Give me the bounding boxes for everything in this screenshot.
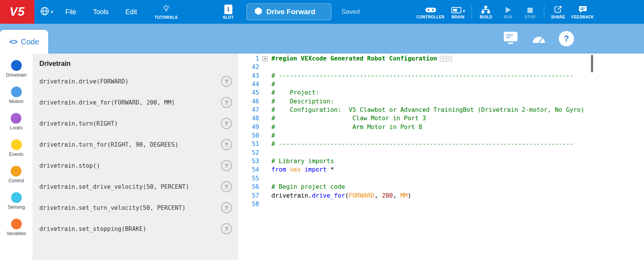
project-name-button[interactable]: Drive Forward (247, 3, 331, 20)
stop-icon (527, 5, 534, 14)
brain-button[interactable]: ▾BRAIN (447, 5, 469, 19)
code-token: # (271, 80, 275, 88)
fold-expand-icon[interactable]: + (263, 56, 268, 61)
command-row[interactable]: drivetrain.set_turn_velocity(50, PERCENT… (32, 197, 238, 218)
code-text: # Arm Motor in Port 8 (271, 123, 422, 131)
code-token (301, 166, 305, 173)
toolbar-label: SHARE (551, 15, 565, 19)
code-text: # Library imports (271, 157, 334, 165)
editor-line[interactable]: 53# Library imports (238, 157, 644, 165)
code-text: #region VEXcode Generated Robot Configur… (271, 54, 452, 63)
brain-icon: ▾ (451, 5, 465, 14)
controller-button[interactable]: CONTROLLER (414, 5, 447, 19)
category-label: Looks (10, 125, 23, 131)
command-help-button[interactable]: ? (221, 76, 232, 87)
menu-tools[interactable]: Tools (84, 0, 117, 24)
editor-line[interactable]: 57drivetrain.drive_for(FORWARD, 200, MM) (238, 191, 644, 200)
stop-button[interactable]: STOP (519, 5, 541, 19)
editor-line[interactable]: 44# (238, 80, 644, 88)
category-color-dot (11, 60, 22, 71)
category-color-dot (11, 219, 22, 229)
editor-line[interactable]: 42 (238, 63, 644, 71)
run-button[interactable]: RUN (497, 5, 519, 19)
feedback-button[interactable]: FEEDBACK (569, 5, 596, 19)
share-button[interactable]: SHARE (547, 5, 569, 19)
editor-line[interactable]: 43# ------------------------------------… (238, 72, 644, 80)
editor-line[interactable]: 58 (238, 200, 644, 208)
fold-gutter (259, 131, 271, 140)
command-help-button[interactable]: ? (221, 118, 232, 129)
help-button[interactable]: ? (559, 31, 574, 46)
chevron-down-icon: ▾ (51, 9, 53, 15)
project-name: Drive Forward (266, 8, 315, 16)
menu-file[interactable]: File (57, 0, 84, 24)
command-row[interactable]: drivetrain.turn(RIGHT)? (32, 113, 238, 134)
editor-line[interactable]: 45# Project: (238, 88, 644, 97)
toolbar-label: FEEDBACK (571, 15, 594, 19)
sidebar-item-drivetrain[interactable]: Drivetrain (6, 60, 27, 78)
fold-gutter (259, 63, 271, 71)
fold-gutter (259, 114, 271, 123)
command-help-button[interactable]: ? (221, 181, 232, 192)
command-help-button[interactable]: ? (221, 202, 232, 213)
code-editor[interactable]: 1+#region VEXcode Generated Robot Config… (238, 54, 644, 260)
line-number: 50 (238, 131, 259, 140)
editor-scrollbar[interactable] (591, 55, 593, 72)
fold-gutter (259, 97, 271, 106)
line-number: 1 (238, 54, 259, 63)
command-row[interactable]: drivetrain.set_stopping(BRAKE)? (32, 218, 238, 239)
editor-line[interactable]: 1+#region VEXcode Generated Robot Config… (238, 54, 644, 63)
sidebar-item-control[interactable]: Control (8, 166, 24, 183)
help-icon: ? (564, 34, 569, 44)
vexcode-window: V5 ▾ FileToolsEdit T (0, 0, 644, 260)
command-help-button[interactable]: ? (221, 139, 232, 150)
editor-line[interactable]: 46# Description: (238, 97, 644, 106)
code-token (286, 166, 290, 173)
category-label: Events (9, 152, 23, 157)
command-row[interactable]: drivetrain.turn_for(RIGHT, 90, DEGREES)? (32, 134, 238, 155)
sidebar-item-motion[interactable]: Motion (9, 87, 24, 104)
slot-button[interactable]: 1 SLOT (223, 0, 234, 24)
line-number: 43 (238, 72, 259, 80)
editor-line[interactable]: 50# (238, 131, 644, 140)
command-list: drivetrain.drive(FORWARD)?drivetrain.dri… (32, 71, 238, 239)
sidebar-item-sensing[interactable]: Sensing (8, 192, 25, 210)
command-row[interactable]: drivetrain.drive_for(FORWARD, 200, MM)? (32, 92, 238, 113)
command-help-button[interactable]: ? (221, 97, 232, 108)
command-row[interactable]: drivetrain.stop()? (32, 155, 238, 176)
editor-line[interactable]: 52 (238, 149, 644, 157)
command-row[interactable]: drivetrain.drive(FORWARD)? (32, 71, 238, 92)
sidebar-item-looks[interactable]: Looks (10, 113, 23, 131)
sidebar-item-variables[interactable]: Variables (6, 219, 26, 236)
tutorials-button[interactable]: TUTORIALS (154, 4, 178, 20)
command-help-button[interactable]: ? (221, 223, 232, 234)
code-token: from (271, 166, 286, 173)
tab-code[interactable]: <> Code (0, 30, 48, 54)
editor-line[interactable]: 51# ------------------------------------… (238, 140, 644, 148)
print-console-button[interactable] (502, 31, 519, 46)
command-text: drivetrain.set_turn_velocity(50, PERCENT… (39, 204, 186, 211)
command-text: drivetrain.turn(RIGHT) (39, 120, 118, 127)
fold-collapsed-indicator[interactable]: ··· (440, 56, 452, 62)
editor-line[interactable]: 47# Configuration: V5 Clawbot or Advance… (238, 106, 644, 114)
language-button[interactable]: ▾ (40, 6, 53, 18)
command-text: drivetrain.drive_for(FORWARD, 200, MM) (39, 99, 175, 106)
build-button[interactable]: BUILD (475, 5, 497, 19)
dashboard-button[interactable] (530, 31, 547, 46)
command-help-button[interactable]: ? (221, 160, 232, 171)
category-label: Motion (9, 99, 24, 104)
code-text: # --------------------------------------… (271, 140, 573, 148)
editor-line[interactable]: 55 (238, 174, 644, 183)
command-row[interactable]: drivetrain.set_drive_velocity(50, PERCEN… (32, 176, 238, 197)
fold-gutter: + (259, 54, 271, 63)
menu-edit[interactable]: Edit (117, 0, 145, 24)
editor-line[interactable]: 48# Claw Motor in Port 3 (238, 114, 644, 123)
command-panel: Drivetrain drivetrain.drive(FORWARD)?dri… (32, 54, 238, 260)
editor-line[interactable]: 54from vex import * (238, 165, 644, 174)
editor-line[interactable]: 49# Arm Motor in Port 8 (238, 123, 644, 131)
sidebar-item-events[interactable]: Events (9, 139, 23, 157)
dashboard-icon (530, 31, 547, 46)
editor-line[interactable]: 56# Begin project code (238, 183, 644, 191)
tab-bar: <> Code (0, 24, 644, 54)
code-text: # Configuration: V5 Clawbot or Advanced … (271, 106, 584, 114)
